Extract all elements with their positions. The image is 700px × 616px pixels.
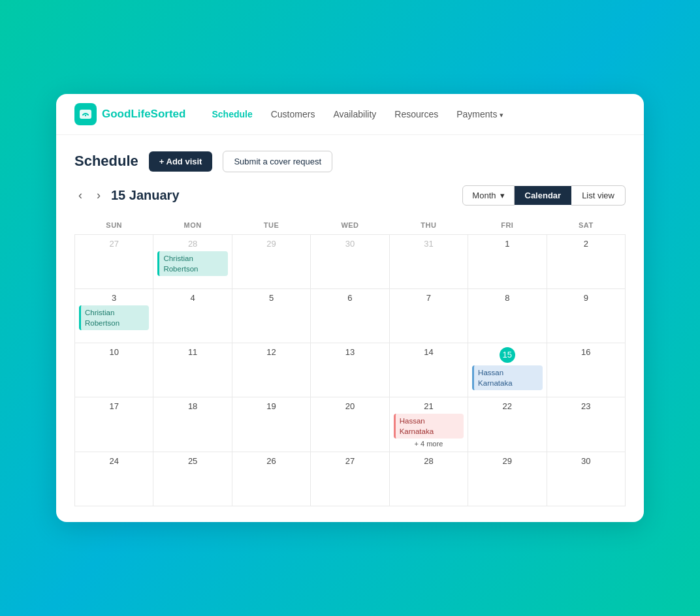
month-dropdown-button[interactable]: Month ▾ [462, 185, 514, 206]
logo-icon [74, 103, 97, 125]
logo[interactable]: GoodLifeSorted [74, 103, 185, 125]
add-visit-button[interactable]: + Add visit [149, 151, 213, 172]
day-cell[interactable]: 26 [232, 452, 310, 506]
nav-resources[interactable]: Resources [394, 109, 438, 119]
calendar-grid: SUN MON TUE WED THU FRI SAT 27 28 Chr [74, 216, 626, 506]
day-number: 5 [236, 293, 306, 303]
day-number: 29 [236, 239, 306, 249]
header-sat: SAT [547, 216, 625, 235]
day-cell[interactable]: 27 [75, 234, 153, 288]
day-cell[interactable]: 8 [468, 288, 547, 343]
table-row: 27 28 Christian Robertson 29 30 31 1 2 [75, 234, 626, 288]
day-number: 17 [79, 401, 149, 411]
page-header: Schedule + Add visit Submit a cover requ… [74, 151, 626, 172]
header-tue: TUE [232, 216, 310, 235]
nav-links: Schedule Customers Availability Resource… [212, 109, 503, 119]
day-number: 10 [79, 347, 149, 357]
day-cell[interactable]: 9 [547, 288, 625, 343]
day-cell[interactable]: 29 [232, 234, 310, 288]
day-cell[interactable]: 28 [389, 452, 468, 506]
nav-customers[interactable]: Customers [271, 109, 315, 119]
day-number: 1 [472, 239, 542, 249]
day-cell[interactable]: 13 [311, 343, 389, 397]
table-row: 10 11 12 13 14 15 Hassan Karnataka 16 [75, 343, 626, 397]
dropdown-arrow-icon: ▾ [500, 191, 505, 200]
day-number: 30 [315, 239, 385, 249]
day-number: 28 [394, 456, 464, 466]
day-cell[interactable]: 30 [547, 452, 625, 506]
calendar-event[interactable]: Hassan Karnataka [394, 414, 464, 439]
day-cell[interactable]: 22 [468, 397, 547, 452]
day-number: 27 [79, 239, 149, 249]
day-number: 9 [551, 293, 621, 303]
calendar-navigation: ‹ › 15 January [74, 187, 180, 204]
day-number: 22 [472, 401, 542, 411]
header-fri: FRI [468, 216, 547, 235]
day-number: 6 [315, 293, 385, 303]
calendar-event[interactable]: Christian Robertson [157, 251, 227, 276]
day-number: 4 [157, 293, 227, 303]
logo-text: GoodLifeSorted [102, 108, 185, 121]
svg-point-1 [85, 115, 86, 116]
day-cell[interactable]: 17 [75, 397, 153, 452]
more-events-label[interactable]: + 4 more [394, 440, 464, 448]
day-cell[interactable]: 20 [311, 397, 389, 452]
calendar-header-row: SUN MON TUE WED THU FRI SAT [75, 216, 626, 235]
day-cell[interactable]: 7 [389, 288, 468, 343]
day-cell[interactable]: 23 [547, 397, 625, 452]
calendar-event[interactable]: Christian Robertson [79, 305, 149, 330]
day-cell[interactable]: 14 [389, 343, 468, 397]
day-cell[interactable]: 6 [311, 288, 389, 343]
day-cell[interactable]: 12 [232, 343, 310, 397]
day-cell[interactable]: 21 Hassan Karnataka + 4 more [389, 397, 468, 452]
cover-request-button[interactable]: Submit a cover request [223, 151, 332, 172]
day-cell[interactable]: 10 [75, 343, 153, 397]
day-number: 24 [79, 456, 149, 466]
nav-payments[interactable]: Payments [456, 109, 503, 119]
current-date-label: 15 January [111, 188, 180, 203]
prev-arrow-button[interactable]: ‹ [74, 187, 86, 204]
day-cell[interactable]: 29 [468, 452, 547, 506]
day-cell[interactable]: 18 [153, 397, 232, 452]
nav-availability[interactable]: Availability [333, 109, 376, 119]
day-number: 29 [472, 456, 542, 466]
day-cell[interactable]: 2 [547, 234, 625, 288]
calendar-view-button[interactable]: Calendar [515, 186, 572, 205]
nav-schedule[interactable]: Schedule [212, 109, 252, 119]
day-number: 31 [394, 239, 464, 249]
day-number: 27 [315, 456, 385, 466]
day-number: 11 [157, 347, 227, 357]
day-cell[interactable]: 27 [311, 452, 389, 506]
day-number: 15 [500, 347, 515, 363]
view-toggle-buttons: Month ▾ Calendar List view [462, 185, 626, 206]
list-view-button[interactable]: List view [571, 185, 626, 206]
day-number: 14 [394, 347, 464, 357]
logo-name1: GoodLife [102, 108, 151, 120]
navbar: GoodLifeSorted Schedule Customers Availa… [56, 94, 644, 135]
day-cell[interactable]: 3 Christian Robertson [75, 288, 153, 343]
day-cell[interactable]: 30 [311, 234, 389, 288]
day-number: 2 [551, 239, 621, 249]
day-cell[interactable]: 11 [153, 343, 232, 397]
next-arrow-button[interactable]: › [93, 187, 104, 204]
day-cell[interactable]: 15 Hassan Karnataka [468, 343, 547, 397]
day-cell[interactable]: 16 [547, 343, 625, 397]
day-number: 16 [551, 347, 621, 357]
day-cell[interactable]: 28 Christian Robertson [153, 234, 232, 288]
day-cell[interactable]: 1 [468, 234, 547, 288]
day-number: 7 [394, 293, 464, 303]
table-row: 17 18 19 20 21 Hassan Karnataka + 4 more… [75, 397, 626, 452]
day-number: 12 [236, 347, 306, 357]
day-cell[interactable]: 4 [153, 288, 232, 343]
day-cell[interactable]: 5 [232, 288, 310, 343]
day-number: 28 [157, 239, 227, 249]
day-cell[interactable]: 25 [153, 452, 232, 506]
day-cell[interactable]: 24 [75, 452, 153, 506]
day-cell[interactable]: 19 [232, 397, 310, 452]
calendar-event[interactable]: Hassan Karnataka [472, 365, 542, 390]
table-row: 24 25 26 27 28 29 30 [75, 452, 626, 506]
header-mon: MON [153, 216, 232, 235]
day-number: 26 [236, 456, 306, 466]
month-label: Month [472, 191, 496, 200]
day-cell[interactable]: 31 [389, 234, 468, 288]
